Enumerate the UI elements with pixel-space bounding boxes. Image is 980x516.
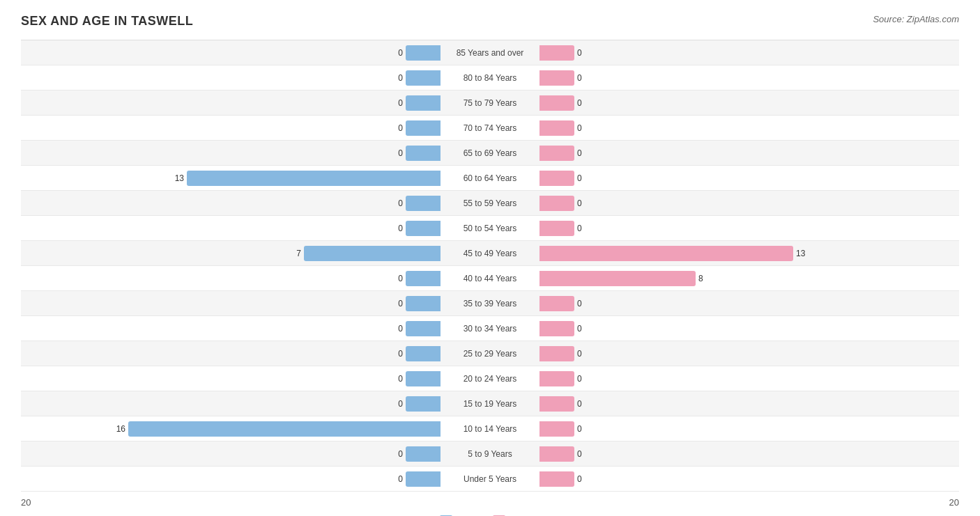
male-bar	[406, 70, 441, 86]
female-value: 0	[577, 449, 591, 459]
right-side: 0	[535, 191, 959, 215]
female-bar	[539, 70, 574, 86]
female-value: 0	[577, 73, 591, 83]
female-bar	[539, 346, 574, 361]
chart-row: 020 to 24 Years0	[21, 366, 959, 391]
chart-row: 065 to 69 Years0	[21, 141, 959, 166]
age-label: 35 to 39 Years	[445, 299, 535, 308]
chart-row: 035 to 39 Years0	[21, 291, 959, 316]
left-side: 0	[21, 467, 445, 491]
left-side: 0	[21, 391, 445, 416]
male-bar	[406, 321, 441, 336]
male-value: 0	[389, 399, 403, 409]
axis-right: 20	[949, 497, 959, 508]
age-label: 25 to 29 Years	[445, 349, 535, 359]
chart-row: 1360 to 64 Years0	[21, 166, 959, 191]
female-value: 0	[577, 349, 591, 359]
female-bar	[539, 421, 574, 437]
right-side: 0	[535, 341, 959, 366]
left-side: 7	[21, 241, 445, 265]
male-bar	[406, 471, 441, 487]
left-side: 0	[21, 316, 445, 341]
female-value: 0	[577, 399, 591, 409]
age-label: 45 to 49 Years	[445, 249, 535, 258]
male-bar	[406, 120, 441, 136]
female-bar	[539, 196, 574, 211]
female-value: 0	[577, 374, 591, 384]
left-side: 0	[21, 266, 445, 290]
male-value: 0	[389, 474, 403, 484]
female-value: 8	[698, 274, 712, 283]
age-label: 65 to 69 Years	[445, 148, 535, 158]
male-bar	[304, 246, 441, 261]
left-side: 0	[21, 141, 445, 165]
male-value: 0	[389, 324, 403, 334]
female-bar	[539, 120, 574, 136]
male-bar	[406, 95, 441, 111]
chart-row: 0Under 5 Years0	[21, 467, 959, 492]
female-bar	[539, 146, 574, 161]
male-bar	[406, 146, 441, 161]
chart-row: 05 to 9 Years0	[21, 441, 959, 467]
left-side: 0	[21, 65, 445, 90]
female-bar	[539, 221, 574, 236]
chart-title: SEX AND AGE IN TASWELL	[21, 14, 193, 29]
left-side: 0	[21, 366, 445, 391]
male-bar	[406, 45, 441, 61]
age-label: 50 to 54 Years	[445, 224, 535, 233]
age-label: 70 to 74 Years	[445, 123, 535, 133]
chart-row: 055 to 59 Years0	[21, 191, 959, 216]
female-value: 0	[577, 173, 591, 183]
female-bar	[539, 446, 574, 462]
left-side: 0	[21, 91, 445, 115]
right-side: 0	[535, 441, 959, 466]
right-side: 13	[535, 241, 959, 265]
female-value: 0	[577, 224, 591, 233]
left-side: 0	[21, 40, 445, 65]
age-label: 40 to 44 Years	[445, 274, 535, 283]
female-value: 0	[577, 198, 591, 208]
right-side: 0	[535, 467, 959, 491]
left-side: 0	[21, 191, 445, 215]
chart-row: 745 to 49 Years13	[21, 241, 959, 266]
chart-row: 080 to 84 Years0	[21, 65, 959, 91]
female-bar	[539, 371, 574, 386]
right-side: 0	[535, 291, 959, 315]
male-value: 0	[389, 299, 403, 308]
axis-left: 20	[21, 497, 31, 508]
male-value: 0	[389, 449, 403, 459]
left-side: 0	[21, 291, 445, 315]
chart-area: 085 Years and over0080 to 84 Years0075 t…	[21, 40, 959, 492]
chart-row: 015 to 19 Years0	[21, 391, 959, 416]
male-bar	[406, 396, 441, 412]
left-side: 0	[21, 441, 445, 466]
right-side: 0	[535, 316, 959, 341]
female-value: 0	[577, 299, 591, 308]
age-label: 85 Years and over	[445, 48, 535, 58]
male-value: 0	[389, 224, 403, 233]
right-side: 0	[535, 91, 959, 115]
male-bar	[406, 346, 441, 361]
male-value: 0	[389, 98, 403, 108]
right-side: 0	[535, 366, 959, 391]
axis-row: 20 20	[21, 497, 959, 508]
female-bar	[539, 296, 574, 311]
chart-row: 070 to 74 Years0	[21, 116, 959, 141]
chart-row: 040 to 44 Years8	[21, 266, 959, 291]
left-side: 0	[21, 216, 445, 240]
female-bar	[539, 171, 574, 186]
male-bar	[406, 221, 441, 236]
male-value: 0	[389, 198, 403, 208]
male-value: 0	[389, 349, 403, 359]
right-side: 0	[535, 65, 959, 90]
left-side: 13	[21, 166, 445, 190]
age-label: 20 to 24 Years	[445, 374, 535, 384]
male-value: 13	[170, 173, 184, 183]
chart-row: 1610 to 14 Years0	[21, 416, 959, 441]
male-bar	[187, 171, 441, 186]
female-value: 0	[577, 324, 591, 334]
male-bar	[406, 446, 441, 462]
female-bar	[539, 396, 574, 412]
male-bar	[406, 271, 441, 286]
male-bar	[128, 421, 441, 437]
